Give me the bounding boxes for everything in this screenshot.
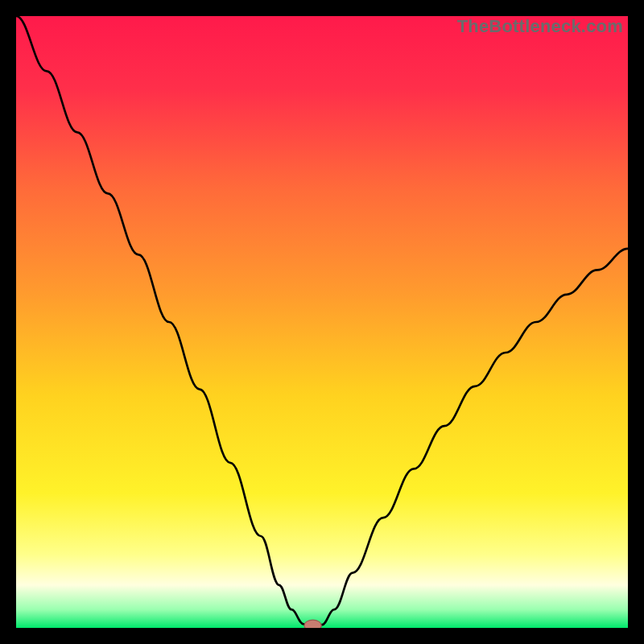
chart-frame: TheBottleneck.com (0, 0, 644, 644)
plot-svg (16, 16, 628, 628)
plot-area: TheBottleneck.com (16, 16, 628, 628)
minimum-marker (304, 620, 321, 628)
watermark-text: TheBottleneck.com (457, 16, 623, 37)
